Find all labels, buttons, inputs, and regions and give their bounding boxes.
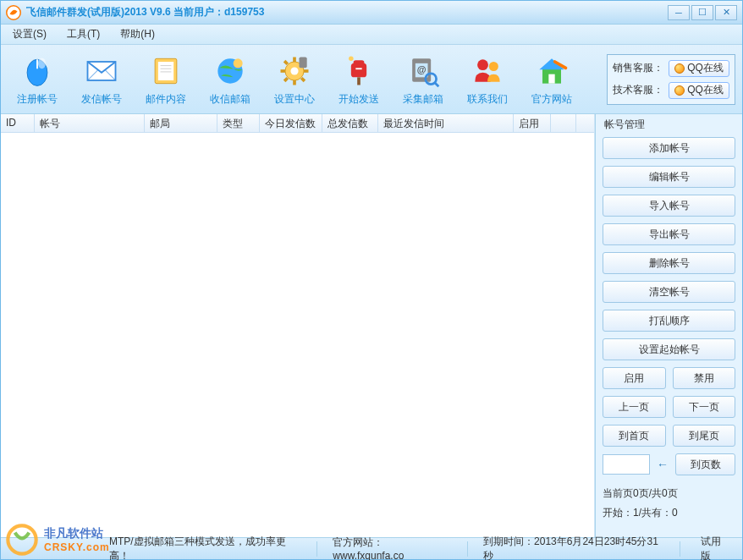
sales-service-label: 销售客服： bbox=[613, 61, 665, 75]
menu-settings[interactable]: 设置(S) bbox=[9, 25, 50, 43]
mouse-icon bbox=[19, 52, 56, 90]
qq-icon bbox=[674, 85, 685, 96]
svg-line-19 bbox=[301, 78, 305, 81]
arrow-left-icon: ← bbox=[657, 458, 669, 471]
status-marquee: MTP/虚拟邮箱三种模式发送，成功率更高！ bbox=[109, 535, 301, 561]
home-icon bbox=[533, 52, 570, 90]
column-total[interactable]: 总发信数 bbox=[322, 114, 378, 132]
svg-rect-22 bbox=[300, 57, 307, 68]
menubar: 设置(S) 工具(T) 帮助(H) bbox=[1, 25, 742, 45]
svg-rect-6 bbox=[158, 62, 173, 80]
svg-point-34 bbox=[489, 62, 498, 71]
tool-recv-mailbox[interactable]: 收信邮箱 bbox=[201, 49, 260, 110]
status-expire: 到期时间：2013年6月24日23时45分31秒 bbox=[483, 535, 664, 561]
set-start-account-button[interactable]: 设置起始帐号 bbox=[603, 338, 735, 360]
tool-collect-mailbox[interactable]: @ 采集邮箱 bbox=[394, 49, 453, 110]
gear-icon bbox=[276, 52, 313, 90]
qq-icon bbox=[674, 63, 685, 74]
svg-line-18 bbox=[284, 61, 288, 64]
book-icon bbox=[147, 52, 184, 90]
svg-point-11 bbox=[234, 58, 243, 68]
column-id[interactable]: ID bbox=[1, 114, 35, 132]
statusbar: MTP/虚拟邮箱三种模式发送，成功率更高！ 官方网站：www.fxqunfa.c… bbox=[1, 537, 742, 559]
table-body[interactable] bbox=[1, 133, 594, 537]
tech-service-label: 技术客服： bbox=[613, 83, 665, 97]
globe-icon bbox=[212, 52, 249, 90]
app-icon bbox=[6, 5, 21, 20]
collect-icon: @ bbox=[405, 52, 442, 90]
svg-line-32 bbox=[435, 82, 439, 86]
goto-page-button[interactable]: 到页数 bbox=[675, 453, 735, 475]
svg-point-27 bbox=[349, 56, 354, 61]
start-info-text: 开始：1/共有：0 bbox=[603, 505, 735, 521]
close-button[interactable]: ✕ bbox=[715, 5, 737, 20]
svg-point-33 bbox=[477, 59, 488, 70]
menu-tools[interactable]: 工具(T) bbox=[63, 25, 103, 43]
tool-contact-us[interactable]: 联系我们 bbox=[458, 49, 517, 110]
status-edition: 试用版 bbox=[696, 535, 735, 561]
table-header-row: ID帐号邮局类型今日发信数总发信数最近发信时间启用 bbox=[1, 114, 594, 133]
svg-line-20 bbox=[284, 78, 288, 81]
envelope-icon bbox=[83, 52, 120, 90]
shuffle-button[interactable]: 打乱顺序 bbox=[603, 310, 735, 332]
toolbar: 注册帐号 发信帐号 邮件内容 收信邮箱 设置中心 开始发送 @ 采集邮箱 联系我 bbox=[1, 45, 742, 114]
maximize-button[interactable]: ☐ bbox=[691, 5, 713, 20]
tool-official-site[interactable]: 官方网站 bbox=[522, 49, 581, 110]
mailbox-icon bbox=[340, 52, 377, 90]
import-account-button[interactable]: 导入帐号 bbox=[603, 195, 735, 217]
minimize-button[interactable]: ─ bbox=[668, 5, 690, 20]
svg-point-13 bbox=[290, 67, 298, 74]
tool-register[interactable]: 注册帐号 bbox=[8, 49, 67, 110]
tool-start-send[interactable]: 开始发送 bbox=[329, 49, 388, 110]
tech-qq-button[interactable]: QQ在线 bbox=[669, 82, 729, 99]
column-account[interactable]: 帐号 bbox=[35, 114, 145, 132]
account-sidebar: 帐号管理 添加帐号 编辑帐号 导入帐号 导出帐号 删除帐号 清空帐号 打乱顺序 … bbox=[595, 114, 742, 537]
svg-rect-36 bbox=[548, 74, 554, 83]
titlebar: 飞信邮件群发(试用版)2013 V9.6 当前用户：d159753 ─ ☐ ✕ bbox=[1, 1, 742, 25]
column-enable[interactable]: 启用 bbox=[514, 114, 551, 132]
page-number-input[interactable] bbox=[603, 454, 650, 475]
column-blank[interactable] bbox=[551, 114, 576, 132]
column-post[interactable]: 邮局 bbox=[145, 114, 217, 132]
column-today[interactable]: 今日发信数 bbox=[260, 114, 322, 132]
status-site: 官方网站：www.fxqunfa.co bbox=[333, 535, 452, 560]
column-type[interactable]: 类型 bbox=[217, 114, 260, 132]
svg-point-3 bbox=[38, 58, 46, 69]
people-icon bbox=[469, 52, 506, 90]
edit-account-button[interactable]: 编辑帐号 bbox=[603, 166, 735, 188]
service-panel: 销售客服： QQ在线 技术客服： QQ在线 bbox=[607, 54, 735, 105]
clear-account-button[interactable]: 清空帐号 bbox=[603, 281, 735, 303]
svg-rect-24 bbox=[354, 60, 365, 66]
first-page-button[interactable]: 到首页 bbox=[603, 425, 666, 447]
add-account-button[interactable]: 添加帐号 bbox=[603, 137, 735, 159]
export-account-button[interactable]: 导出帐号 bbox=[603, 223, 735, 245]
svg-text:@: @ bbox=[417, 63, 427, 74]
disable-button[interactable]: 禁用 bbox=[673, 367, 736, 389]
delete-account-button[interactable]: 删除帐号 bbox=[603, 252, 735, 274]
page-info-text: 当前页0页/共0页 bbox=[603, 486, 735, 502]
tool-mail-content[interactable]: 邮件内容 bbox=[136, 49, 195, 110]
window-title: 飞信邮件群发(试用版)2013 V9.6 当前用户：d159753 bbox=[26, 5, 668, 19]
next-page-button[interactable]: 下一页 bbox=[673, 396, 736, 418]
svg-rect-26 bbox=[357, 77, 360, 85]
tool-send-account[interactable]: 发信帐号 bbox=[72, 49, 131, 110]
enable-button[interactable]: 启用 bbox=[603, 367, 666, 389]
sales-qq-button[interactable]: QQ在线 bbox=[669, 60, 729, 77]
column-last[interactable]: 最近发信时间 bbox=[378, 114, 514, 132]
svg-rect-25 bbox=[355, 68, 361, 69]
menu-help[interactable]: 帮助(H) bbox=[117, 25, 158, 43]
tool-settings-center[interactable]: 设置中心 bbox=[265, 49, 324, 110]
sidebar-title: 帐号管理 bbox=[603, 118, 735, 132]
prev-page-button[interactable]: 上一页 bbox=[603, 396, 666, 418]
last-page-button[interactable]: 到尾页 bbox=[673, 425, 736, 447]
account-table: ID帐号邮局类型今日发信数总发信数最近发信时间启用 bbox=[1, 114, 595, 537]
